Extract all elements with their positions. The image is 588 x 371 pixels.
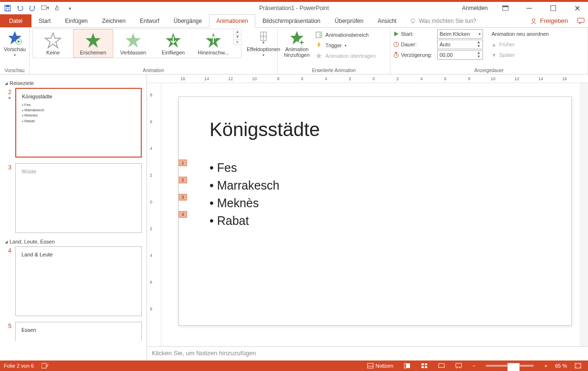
undo-icon[interactable] [16, 4, 24, 12]
slide[interactable]: Königsstädte • Fes • Marrakesch • Meknès… [178, 96, 572, 326]
thumbnail-slide-4[interactable]: Land & Leute [15, 246, 142, 316]
animation-group-label: Animation [32, 67, 274, 74]
minimize-icon[interactable]: ─ [518, 2, 540, 14]
anim-painter-icon [315, 52, 323, 60]
svg-marker-25 [316, 53, 322, 59]
gallery-more-icon[interactable]: ▾ [234, 40, 241, 45]
preview-button[interactable]: Vorschau ▾ [3, 29, 27, 59]
slide-counter: Folie 2 von 6 [4, 363, 34, 369]
anim-flyin[interactable]: Einfliegen [153, 29, 193, 58]
tab-draw[interactable]: Zeichnen [95, 14, 133, 27]
animation-painter-button[interactable]: Animation übertragen [313, 51, 378, 61]
slide-body[interactable]: • Fes • Marrakesch • Meknès • Rabat [210, 159, 279, 230]
slide-canvas-area[interactable]: Königsstädte • Fes • Marrakesch • Meknès… [161, 83, 588, 346]
animation-gallery[interactable]: Keine Erscheinen Verblassen Einfliegen H… [32, 29, 242, 58]
anim-order-tag-3[interactable]: 3 [178, 194, 187, 201]
effect-options-button[interactable]: Effektoptionen ▾ [244, 29, 283, 59]
tellme-search[interactable]: Was möchten Sie tun? [404, 14, 525, 27]
delay-input[interactable]: 00,00▲▼ [437, 50, 483, 60]
trigger-button[interactable]: Trigger ▾ [313, 40, 378, 51]
gallery-up-icon[interactable]: ▲ [234, 29, 241, 34]
delay-clock-icon [393, 52, 399, 58]
move-later-button[interactable]: ▼Später [490, 50, 551, 60]
duration-input[interactable]: Auto▲▼ [437, 40, 483, 49]
touch-mode-icon[interactable] [53, 4, 61, 12]
notes-toggle[interactable]: Notizen [364, 360, 396, 371]
spellcheck-icon[interactable] [39, 360, 51, 371]
thumbnail-slide-3[interactable]: Wüste [15, 163, 142, 233]
anim-appear[interactable]: Erscheinen [73, 29, 113, 58]
start-dropdown[interactable]: Beim Klicken▾ [437, 29, 483, 39]
animation-pane-button[interactable]: Animationsbereich [313, 30, 378, 40]
save-icon[interactable] [4, 4, 11, 12]
svg-rect-39 [456, 363, 462, 367]
tellme-placeholder: Was möchten Sie tun? [419, 18, 476, 24]
thumb-number: 2★ [5, 88, 11, 158]
play-icon [393, 31, 399, 37]
svg-rect-34 [404, 363, 406, 368]
duration-label: Dauer: [401, 42, 417, 47]
svg-rect-24 [319, 32, 322, 38]
preview-star-icon [7, 30, 22, 45]
thumb-row-4: 4 Land & Leute [5, 246, 142, 316]
share-button[interactable]: Freigeben [525, 14, 574, 27]
section-reiseziele[interactable]: Reiseziele [5, 80, 142, 86]
tab-file[interactable]: Datei [0, 14, 32, 27]
effect-options-icon [256, 30, 271, 45]
sign-in-link[interactable]: Anmelden [457, 3, 493, 13]
ribbon-tabs: Datei Start Einfügen Zeichnen Entwurf Üb… [0, 14, 588, 28]
slide-title[interactable]: Königsstädte [210, 119, 320, 140]
slideshow-view-icon[interactable] [452, 360, 465, 371]
tab-insert[interactable]: Einfügen [58, 14, 94, 27]
svg-rect-5 [503, 6, 508, 7]
anim-none[interactable]: Keine [33, 29, 73, 58]
section-land-leute-essen[interactable]: Land, Leute, Essen [5, 239, 142, 244]
svg-rect-8 [578, 18, 584, 22]
reading-view-icon[interactable] [435, 360, 448, 371]
close-icon[interactable]: ✕ [566, 2, 588, 14]
reorder-label: Animation neu anordnen [490, 29, 551, 39]
move-earlier-button[interactable]: ▲Früher [490, 39, 551, 50]
ribbon-display-options-icon[interactable] [494, 2, 516, 14]
tab-slideshow[interactable]: Bildschirmpräsentation [255, 14, 327, 27]
qat-customize-icon[interactable]: ▾ [66, 4, 74, 12]
zoom-in-icon[interactable]: + [541, 360, 550, 371]
add-animation-button[interactable]: Animation hinzufügen [281, 29, 313, 59]
maximize-icon[interactable]: ☐ [542, 2, 564, 14]
tab-review[interactable]: Überprüfen [327, 14, 370, 27]
anim-order-tag-2[interactable]: 2 [178, 177, 187, 183]
tab-animations[interactable]: Animationen [209, 14, 255, 28]
redo-icon[interactable] [29, 4, 36, 12]
bulb-icon [410, 18, 416, 24]
fit-to-window-icon[interactable] [572, 360, 584, 371]
comments-icon[interactable] [574, 14, 588, 27]
slide-sorter-view-icon[interactable] [418, 360, 430, 371]
normal-view-icon[interactable] [401, 360, 413, 371]
tab-design[interactable]: Entwurf [133, 14, 167, 27]
ruler-horizontal: 1614121086420246810121416 [147, 74, 588, 83]
tab-start[interactable]: Start [32, 14, 58, 27]
thumb-row-3: 3 Wüste [5, 163, 142, 233]
svg-point-6 [411, 19, 415, 22]
zoom-level[interactable]: 65 % [555, 363, 567, 369]
start-from-beginning-icon[interactable] [41, 4, 49, 12]
workspace: Reiseziele 2★ Königsstädte • Fes • Marra… [0, 74, 588, 360]
zoom-slider[interactable] [486, 365, 534, 367]
zoom-out-icon[interactable]: − [470, 360, 478, 371]
tab-transitions[interactable]: Übergänge [167, 14, 209, 27]
vertical-scrollbar[interactable] [579, 83, 588, 346]
anim-floatin[interactable]: Hineinschw... [193, 29, 233, 58]
anim-fade[interactable]: Verblassen [113, 29, 153, 58]
slide-editor: 1614121086420246810121416 864202468 Köni… [147, 74, 588, 360]
thumbnail-slide-5[interactable]: Essen [15, 322, 142, 341]
notes-pane[interactable]: Klicken Sie, um Notizen hinzuzufügen [147, 346, 588, 360]
tab-view[interactable]: Ansicht [370, 14, 403, 27]
anim-order-tag-4[interactable]: 4 [178, 211, 187, 218]
svg-rect-37 [421, 366, 424, 368]
thumbnail-slide-2[interactable]: Königsstädte • Fes • Marrakesch • Meknès… [15, 88, 142, 158]
gallery-down-icon[interactable]: ▼ [234, 34, 241, 40]
anim-order-tag-1[interactable]: 1 [178, 159, 187, 166]
star-icon [44, 32, 62, 49]
gallery-scroll[interactable]: ▲ ▼ ▾ [233, 29, 241, 45]
slide-thumbnails-pane[interactable]: Reiseziele 2★ Königsstädte • Fes • Marra… [0, 74, 147, 360]
